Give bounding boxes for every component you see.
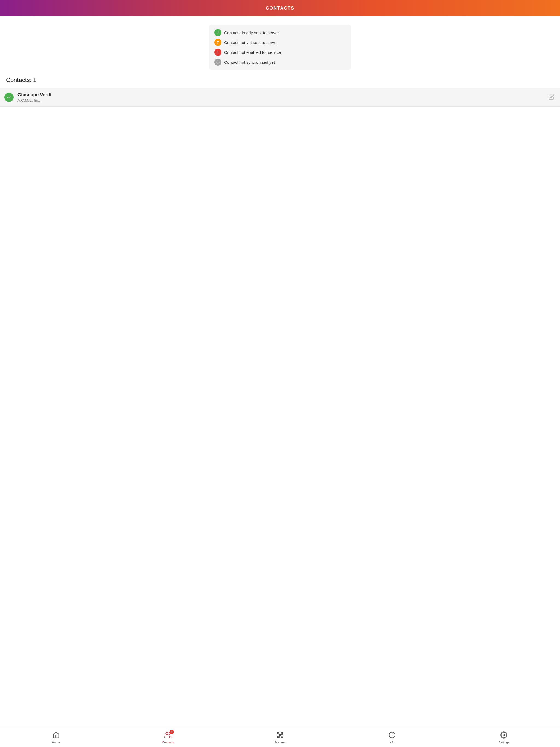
contact-list: Giuseppe Verdi A.C.M.E. Inc. <box>0 88 560 107</box>
legend-item-already-sent: Contact already sent to server <box>214 29 346 36</box>
legend-item-not-yet-sent: ? Contact not yet sent to server <box>214 39 346 46</box>
legend-item-not-synced: Contact not syncronized yet <box>214 58 346 66</box>
contacts-count: Contacts: 1 <box>6 77 556 84</box>
info-label: Info <box>389 741 394 744</box>
info-icon <box>388 731 396 740</box>
header-title: CONTACTS <box>265 5 294 11</box>
nav-item-contacts[interactable]: 1 Contacts <box>112 728 224 747</box>
legend-text-already-sent: Contact already sent to server <box>224 30 279 35</box>
contact-name: Giuseppe Verdi <box>18 92 543 98</box>
svg-rect-6 <box>277 736 279 738</box>
contacts-label: Contacts <box>162 741 174 744</box>
contact-info: Giuseppe Verdi A.C.M.E. Inc. <box>18 92 543 103</box>
legend-text-not-synced: Contact not syncronized yet <box>224 60 275 65</box>
contacts-badge: 1 <box>170 730 174 734</box>
scanner-label: Scanner <box>274 741 285 744</box>
edit-icon[interactable] <box>548 93 556 102</box>
svg-point-1 <box>218 61 218 62</box>
bottom-nav: Home 1 Contacts Sc <box>0 728 560 747</box>
legend-text-not-yet-sent: Contact not yet sent to server <box>224 40 278 45</box>
svg-point-15 <box>503 734 505 736</box>
nav-item-info[interactable]: Info <box>336 728 448 747</box>
scanner-icon <box>276 731 284 740</box>
app-header: CONTACTS <box>0 0 560 17</box>
contact-company: A.C.M.E. Inc. <box>18 98 543 103</box>
contact-row[interactable]: Giuseppe Verdi A.C.M.E. Inc. <box>0 88 560 107</box>
nav-item-settings[interactable]: Settings <box>448 728 560 747</box>
main-content: Contact already sent to server ? Contact… <box>0 17 560 728</box>
svg-rect-7 <box>279 734 281 735</box>
legend-icon-not-synced <box>214 58 222 66</box>
nav-item-home[interactable]: Home <box>0 728 112 747</box>
legend-icon-already-sent <box>214 29 222 36</box>
legend-icon-not-yet-sent: ? <box>214 39 222 46</box>
svg-rect-2 <box>218 62 218 63</box>
legend-box: Contact already sent to server ? Contact… <box>209 25 351 70</box>
svg-point-3 <box>166 732 169 735</box>
legend-icon-not-enabled: ! <box>214 49 222 56</box>
settings-icon <box>501 731 508 740</box>
svg-rect-5 <box>281 732 282 733</box>
contact-status-icon <box>4 93 14 102</box>
svg-rect-4 <box>277 732 279 733</box>
legend-text-not-enabled: Contact not enabled for service <box>224 50 281 55</box>
nav-item-scanner[interactable]: Scanner <box>224 728 336 747</box>
settings-label: Settings <box>499 741 509 744</box>
home-label: Home <box>52 741 60 744</box>
legend-item-not-enabled: ! Contact not enabled for service <box>214 49 346 56</box>
home-icon <box>52 731 59 740</box>
